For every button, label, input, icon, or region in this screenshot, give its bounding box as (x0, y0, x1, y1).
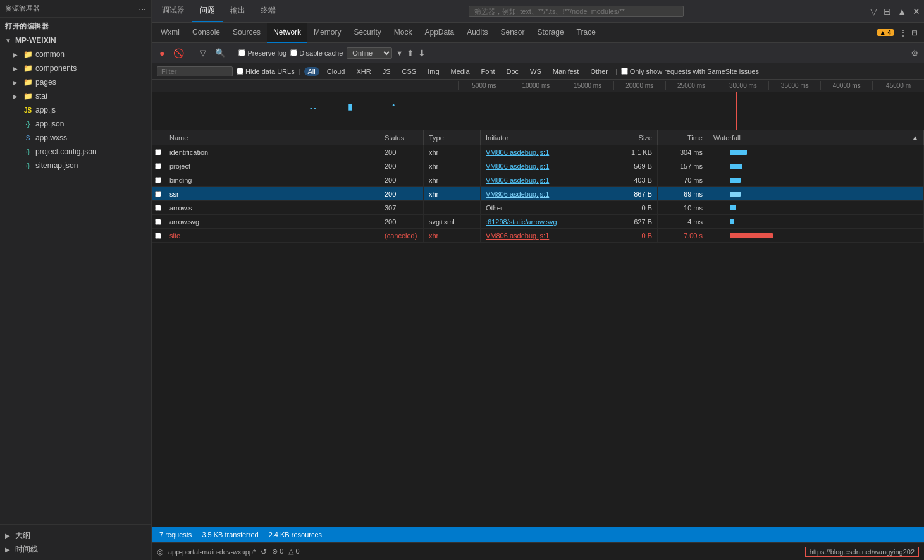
tab-debugger[interactable]: 调试器 (154, 0, 192, 22)
td-initiator-1[interactable]: VM806 asdebug.js:1 (481, 159, 607, 173)
search-button[interactable]: 🔍 (213, 47, 228, 59)
table-row[interactable]: site (canceled) xhr VM806 asdebug.js:1 0… (152, 229, 924, 243)
tab-memory[interactable]: Memory (307, 23, 347, 43)
tab-storage[interactable]: Storage (531, 23, 570, 43)
tab-appdata[interactable]: AppData (418, 23, 460, 43)
tree-item-appjson[interactable]: {} app.json (0, 117, 151, 131)
checkbox-4[interactable] (155, 205, 161, 211)
tab-terminal[interactable]: 终端 (253, 0, 283, 22)
td-initiator-6[interactable]: VM806 asdebug.js:1 (481, 229, 607, 242)
tab-sources[interactable]: Sources (226, 23, 267, 43)
type-btn-manifest[interactable]: Manifest (549, 67, 583, 76)
filter-input[interactable] (469, 6, 684, 17)
table-row[interactable]: arrow.svg 200 svg+xml :61298/static/arro… (152, 215, 924, 229)
tree-item-pages[interactable]: ▶ 📁 pages (0, 75, 151, 89)
type-btn-other[interactable]: Other (586, 67, 612, 76)
initiator-link-5[interactable]: :61298/static/arrow.svg (486, 218, 557, 226)
outline-item[interactable]: ▶ 大纲 (5, 528, 146, 542)
filter-icon[interactable]: ▽ (869, 5, 878, 18)
tab-network[interactable]: Network (267, 23, 307, 43)
initiator-link-0[interactable]: VM806 asdebug.js:1 (486, 149, 549, 156)
th-type[interactable]: Type (424, 130, 481, 145)
close-icon[interactable]: ✕ (911, 5, 921, 18)
tab-audits[interactable]: Audits (460, 23, 494, 43)
tab-issues[interactable]: 问题 (192, 0, 223, 22)
samesite-label[interactable]: Only show requests with SameSite issues (621, 68, 759, 75)
table-row[interactable]: binding 200 xhr VM806 asdebug.js:1 403 B… (152, 173, 924, 187)
row-checkbox-1[interactable] (152, 163, 164, 169)
checkbox-2[interactable] (155, 177, 161, 183)
hide-data-urls-label[interactable]: Hide data URLs (237, 68, 295, 75)
hide-data-urls-checkbox[interactable] (237, 68, 243, 75)
import-icon[interactable]: ⬆ (407, 48, 414, 58)
th-initiator[interactable]: Initiator (481, 130, 607, 145)
disable-cache-checkbox[interactable] (290, 49, 297, 56)
td-initiator-2[interactable]: VM806 asdebug.js:1 (481, 173, 607, 186)
record-button[interactable]: ● (157, 47, 167, 59)
tree-item-projectconfig[interactable]: {} project.config.json (0, 145, 151, 159)
more-options-icon[interactable]: ⋮ (899, 28, 908, 38)
throttle-down-icon[interactable]: ▼ (396, 49, 403, 57)
side-by-side-icon[interactable]: ⊟ (911, 28, 918, 37)
tree-item-common[interactable]: ▶ 📁 common (0, 47, 151, 61)
checkbox-1[interactable] (155, 163, 161, 169)
table-row[interactable]: project 200 xhr VM806 asdebug.js:1 569 B… (152, 159, 924, 173)
timeline-item[interactable]: ▶ 时间线 (5, 542, 146, 556)
type-btn-ws[interactable]: WS (526, 67, 545, 76)
tab-sensor[interactable]: Sensor (495, 23, 531, 43)
type-btn-cloud[interactable]: Cloud (323, 67, 349, 76)
filter-toggle-button[interactable]: ▽ (197, 47, 209, 59)
checkbox-3[interactable] (155, 191, 161, 197)
type-btn-font[interactable]: Font (477, 67, 499, 76)
throttle-select[interactable]: Online Offline Slow 3G Fast 3G (347, 47, 392, 59)
initiator-link-3[interactable]: VM806 asdebug.js:1 (486, 190, 549, 198)
sidebar-more-icon[interactable]: ··· (139, 4, 146, 14)
tab-trace[interactable]: Trace (570, 23, 602, 43)
row-checkbox-5[interactable] (152, 219, 164, 225)
export-icon[interactable]: ⬇ (418, 48, 426, 58)
tab-console[interactable]: Console (186, 23, 226, 43)
preserve-log-checkbox-label[interactable]: Preserve log (238, 49, 286, 57)
row-checkbox-6[interactable] (152, 233, 164, 239)
checkbox-6[interactable] (155, 233, 161, 239)
th-size[interactable]: Size (607, 130, 658, 145)
type-btn-xhr[interactable]: XHR (353, 67, 375, 76)
tree-item-sitemapjson[interactable]: {} sitemap.json (0, 159, 151, 173)
td-initiator-0[interactable]: VM806 asdebug.js:1 (481, 145, 607, 159)
url-filter-input[interactable] (157, 66, 233, 76)
maximize-icon[interactable]: ▲ (896, 5, 908, 18)
type-btn-media[interactable]: Media (447, 67, 474, 76)
project-root[interactable]: ▼ MP-WEIXIN (0, 33, 151, 47)
row-checkbox-4[interactable] (152, 205, 164, 211)
settings-icon[interactable]: ⚙ (911, 48, 919, 58)
split-icon[interactable]: ⊟ (882, 5, 892, 18)
table-row[interactable]: ssr 200 xhr VM806 asdebug.js:1 867 B 69 … (152, 187, 924, 201)
tab-output[interactable]: 输出 (223, 0, 253, 22)
type-btn-css[interactable]: CSS (398, 67, 421, 76)
checkbox-0[interactable] (155, 149, 161, 155)
initiator-link-1[interactable]: VM806 asdebug.js:1 (486, 162, 549, 170)
samesite-checkbox[interactable] (621, 68, 628, 75)
tab-security[interactable]: Security (347, 23, 387, 43)
tree-item-stat[interactable]: ▶ 📁 stat (0, 89, 151, 103)
td-initiator-3[interactable]: VM806 asdebug.js:1 (481, 187, 607, 200)
th-waterfall[interactable]: Waterfall ▲ (708, 130, 924, 145)
th-status[interactable]: Status (379, 130, 424, 145)
table-row[interactable]: arrow.s 307 Other 0 B 10 ms (152, 201, 924, 215)
table-row[interactable]: identification 200 xhr VM806 asdebug.js:… (152, 145, 924, 159)
type-btn-doc[interactable]: Doc (503, 67, 523, 76)
tree-item-appjs[interactable]: JS app.js (0, 103, 151, 117)
type-btn-js[interactable]: JS (379, 67, 395, 76)
initiator-link-2[interactable]: VM806 asdebug.js:1 (486, 176, 549, 184)
reload-icon[interactable]: ↺ (261, 547, 267, 556)
checkbox-5[interactable] (155, 219, 161, 225)
preserve-log-checkbox[interactable] (238, 49, 245, 56)
type-btn-all[interactable]: All (304, 67, 319, 76)
clear-button[interactable]: 🚫 (171, 47, 187, 59)
row-checkbox-0[interactable] (152, 149, 164, 155)
type-btn-img[interactable]: Img (424, 67, 443, 76)
th-time[interactable]: Time (658, 130, 708, 145)
th-name[interactable]: Name (164, 130, 379, 145)
initiator-link-6[interactable]: VM806 asdebug.js:1 (486, 232, 549, 240)
row-checkbox-2[interactable] (152, 177, 164, 183)
